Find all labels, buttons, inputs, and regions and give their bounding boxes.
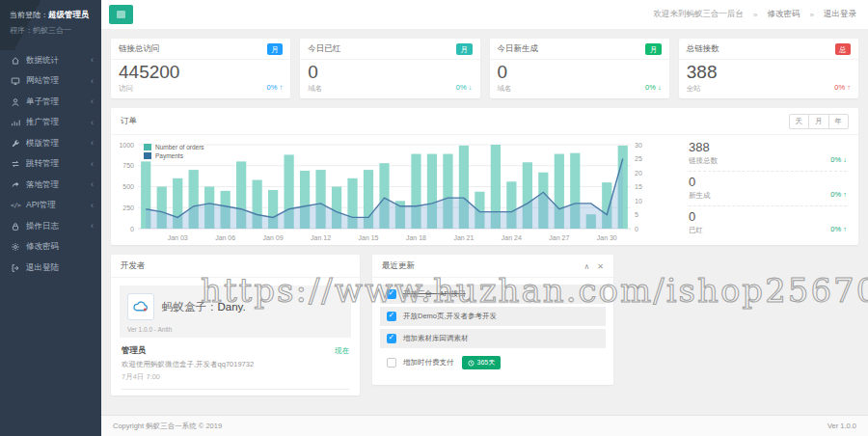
chevron-icon: ‹ — [91, 56, 94, 65]
svg-text:15: 15 — [635, 183, 642, 190]
svg-text:Jan 21: Jan 21 — [453, 234, 474, 241]
sidebar-item-data-stats[interactable]: 数据统计‹ — [0, 50, 101, 71]
logout-link[interactable]: 退出登录 — [824, 9, 856, 20]
main-content: 链接总访问月 445200访问 0% ↑ 今日已红月 0域名 0% ↓ 今日新生… — [101, 29, 868, 415]
product-version: Ver 1.0.0 - Anith — [127, 326, 343, 333]
admin-message-block: 管理员 现在 欢迎使用蚂蚁微信盒子,开发者qq7019732 7月4日 7:00 — [120, 338, 351, 390]
program-name: 程序：蚂蚁三合一 — [10, 25, 101, 36]
svg-text:500: 500 — [122, 183, 134, 190]
svg-text:0: 0 — [130, 226, 134, 232]
recent-updates-card: 最近更新 ∧ ✕ 开放三合一API接口 开放Demo页,开发者参考开发 — [372, 255, 613, 385]
orders-legend-swatch — [144, 144, 151, 150]
stat-value: 0 — [498, 63, 662, 83]
admin-dashboard: 当前登陆：超级管理员 程序：蚂蚁三合一 数据统计‹ 网站管理‹ 单子管理‹ 推广… — [0, 0, 868, 436]
svg-text:Jan 27: Jan 27 — [549, 234, 569, 241]
chevron-icon: ‹ — [91, 160, 94, 169]
sidebar-user-info: 当前登陆：超级管理员 程序：蚂蚁三合一 — [0, 0, 101, 50]
svg-text:Jan 18: Jan 18 — [406, 234, 426, 241]
clock-icon — [468, 360, 475, 367]
chevron-icon: ‹ — [91, 139, 94, 148]
svg-text:750: 750 — [122, 162, 134, 169]
svg-text:Jan 24: Jan 24 — [502, 234, 522, 241]
chevron-icon: ‹ — [91, 222, 94, 231]
sidebar-item-promo-mgmt[interactable]: 推广管理‹ — [0, 113, 101, 134]
checkbox[interactable] — [387, 289, 396, 299]
chevron-icon: ‹ — [91, 77, 94, 86]
code-icon: </> — [11, 202, 22, 209]
range-month-button[interactable]: 月 — [808, 114, 829, 129]
collapse-icon[interactable]: ∧ — [583, 262, 589, 271]
svg-text:Jan 03: Jan 03 — [168, 234, 188, 241]
month-badge: 月 — [456, 43, 473, 55]
wrench-icon — [11, 139, 20, 149]
total-badge: 总 — [835, 43, 852, 55]
sidebar-item-template-mgmt[interactable]: 模版管理‹ — [0, 133, 101, 154]
sidebar-item-op-logs[interactable]: 操作日志‹ — [0, 216, 101, 237]
chevron-icon: ‹ — [91, 202, 94, 210]
gear-icon — [11, 242, 20, 252]
update-item[interactable]: 增加素材库回调素材 — [380, 329, 606, 348]
change-password-link[interactable]: 修改密码 — [768, 9, 800, 20]
svg-text:Jan 12: Jan 12 — [311, 234, 331, 241]
stat-card-red-today: 今日已红月 0域名 0% ↓ — [300, 39, 479, 98]
developer-card: 开发者 蚂蚁盒子：Dany. Ver 1.0.0 - Anith — [111, 255, 360, 395]
stat-percent: 0% ↑ — [267, 83, 284, 92]
days-badge: 365天 — [462, 356, 502, 369]
sidebar: 当前登陆：超级管理员 程序：蚂蚁三合一 数据统计‹ 网站管理‹ 单子管理‹ 推广… — [0, 0, 101, 436]
chart-icon — [11, 118, 20, 127]
svg-text:Jan 09: Jan 09 — [263, 234, 284, 241]
sidebar-item-change-password[interactable]: 修改密码 — [0, 237, 101, 259]
month-badge: 月 — [267, 43, 284, 55]
sidebar-item-api-mgmt[interactable]: </> API管理‹ — [0, 196, 101, 217]
orders-card-title: 订单 — [121, 116, 137, 127]
svg-text:Jan 06: Jan 06 — [215, 234, 235, 241]
time-ago-badge: 现在 — [335, 346, 349, 356]
chevron-icon: ‹ — [91, 119, 94, 127]
update-item[interactable]: 增加时付费支付 365天 — [380, 351, 606, 374]
svg-text:250: 250 — [122, 204, 134, 211]
copyright-text: Copyright 蚂蚁三合一系统 © 2019 — [113, 422, 222, 431]
checkbox[interactable] — [387, 358, 396, 368]
double-chevron-icon: » — [810, 11, 814, 19]
sidebar-item-redirect-mgmt[interactable]: 跳转管理‹ — [0, 154, 101, 176]
range-year-button[interactable]: 年 — [828, 114, 850, 129]
footer: Copyright 蚂蚁三合一系统 © 2019 Ver 1.0.0 — [101, 415, 868, 436]
menu-icon — [117, 11, 125, 18]
update-item[interactable]: 开放Demo页,开发者参考开发 — [380, 307, 606, 326]
close-icon[interactable]: ✕ — [597, 262, 604, 271]
monitor-icon — [11, 76, 20, 86]
svg-text:10: 10 — [635, 198, 642, 204]
side-stat-new: 0 新生成 0% ↑ — [689, 172, 847, 206]
product-name: 蚂蚁盒子：Dany. — [162, 300, 246, 314]
chevron-icon: ‹ — [91, 97, 94, 106]
top-header: 欢迎来到蚂蚁三合一后台 » 修改密码 » 退出登录 — [101, 0, 868, 29]
stat-percent: 0% ↓ — [645, 83, 662, 92]
side-stat-red: 0 已红 0% ↑ — [689, 206, 847, 240]
svg-text:25: 25 — [635, 155, 642, 162]
home-icon — [11, 56, 20, 66]
checkbox[interactable] — [387, 334, 396, 343]
share-icon — [11, 180, 20, 190]
menu-toggle-button[interactable] — [109, 5, 133, 24]
stat-percent: 0% ↓ — [456, 83, 473, 92]
updates-card-title: 最近更新 — [382, 260, 415, 272]
payments-legend-swatch — [144, 152, 151, 159]
logout-icon — [11, 263, 20, 273]
orders-chart-card: 订单 天 月 年 Number of orders Payments 02505… — [111, 108, 858, 245]
stat-percent: 0% ↑ — [834, 83, 851, 92]
range-day-button[interactable]: 天 — [789, 114, 810, 129]
chevron-icon: ‹ — [91, 180, 94, 189]
stat-value: 445200 — [119, 63, 283, 83]
developer-card-title: 开发者 — [121, 260, 146, 272]
sidebar-item-order-mgmt[interactable]: 单子管理‹ — [0, 92, 101, 113]
update-item[interactable]: 开放三合一API接口 — [380, 285, 606, 304]
sidebar-item-site-mgmt[interactable]: 网站管理‹ — [0, 71, 101, 93]
svg-text:Jan 30: Jan 30 — [597, 234, 617, 241]
lock-icon — [11, 222, 20, 232]
sidebar-item-landing-mgmt[interactable]: 落地管理‹ — [0, 175, 101, 196]
sidebar-item-logout[interactable]: 退出登陆 — [0, 258, 101, 279]
svg-text:Jan 15: Jan 15 — [359, 234, 379, 241]
checkbox[interactable] — [387, 312, 396, 321]
stat-card-new-today: 今日新生成月 0域名 0% ↓ — [490, 39, 669, 98]
chart-side-stats: 388 链接总数 0% ↓ 0 新生成 0% ↑ 0 已红 0% ↑ — [677, 135, 858, 245]
